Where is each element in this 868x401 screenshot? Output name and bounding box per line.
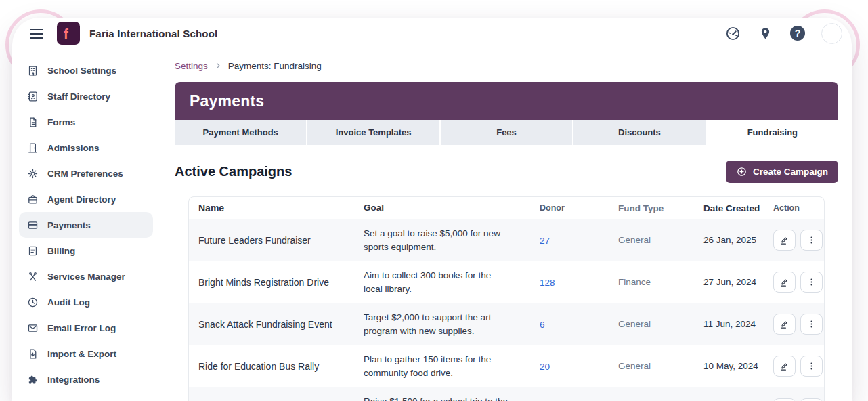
donor-count-link[interactable]: 6 <box>540 320 545 330</box>
fund-type: General <box>606 235 694 245</box>
sidebar-item-email-error-log[interactable]: Email Error Log <box>19 315 153 341</box>
campaign-goal: Target $2,000 to support the art program… <box>354 311 527 337</box>
puzzle-icon <box>27 374 39 385</box>
fund-type: General <box>606 361 694 371</box>
page: f Faria International School <box>0 0 868 401</box>
breadcrumb: Settings Payments: Fundraising <box>175 59 838 72</box>
campaign-goal: Set a goal to raise $5,000 for new sport… <box>354 227 527 253</box>
section-title: Active Campaigns <box>175 164 292 180</box>
edit-button[interactable] <box>773 272 796 293</box>
sidebar-item-services-manager[interactable]: Services Manager <box>19 263 153 289</box>
logo-f-glyph: f <box>60 24 77 42</box>
sidebar-item-crm-preferences[interactable]: CRM Preferences <box>19 161 153 186</box>
campaigns-table: Name Goal Donor Fund Type Date Created A… <box>188 196 825 401</box>
sidebar-item-agent-directory[interactable]: Agent Directory <box>19 186 153 212</box>
tab-fees[interactable]: Fees <box>441 120 573 145</box>
kebab-menu-icon <box>806 319 817 329</box>
sidebar-item-forms[interactable]: Forms <box>19 109 153 135</box>
sidebar-item-label: Agent Directory <box>47 194 116 205</box>
pencil-icon <box>779 235 789 245</box>
donor-count-link[interactable]: 128 <box>540 278 555 288</box>
document-icon <box>27 117 39 128</box>
edit-button[interactable] <box>773 314 796 335</box>
user-avatar[interactable] <box>821 23 842 44</box>
date-created: 26 Jan, 2025 <box>694 235 770 245</box>
more-options-button[interactable] <box>800 314 823 335</box>
plus-circle-icon <box>736 166 747 177</box>
pencil-icon <box>779 361 789 371</box>
create-campaign-label: Create Campaign <box>753 167 828 177</box>
campaign-goal: Aim to collect 300 books for the local l… <box>354 269 527 295</box>
sidebar-item-label: Payments <box>47 220 91 230</box>
sidebar-item-audit-log[interactable]: Audit Log <box>19 289 153 315</box>
sidebar-item-label: Forms <box>47 117 75 127</box>
sidebar-item-label: Staff Directory <box>47 91 110 102</box>
sidebar-item-label: Billing <box>47 246 75 256</box>
create-campaign-button[interactable]: Create Campaign <box>726 161 838 183</box>
breadcrumb-current: Payments: Fundraising <box>228 61 322 71</box>
file-import-icon <box>27 348 39 360</box>
sidebar-item-payments[interactable]: Payments <box>19 212 153 238</box>
fund-type: General <box>606 319 694 329</box>
gear-icon <box>27 168 39 180</box>
sidebar-item-import-export[interactable]: Import & Export <box>19 341 153 366</box>
payments-banner: Payments <box>175 82 838 120</box>
campaign-goal: Plan to gather 150 items for the communi… <box>354 353 527 379</box>
edit-button[interactable] <box>773 356 796 377</box>
edit-button[interactable] <box>773 230 796 251</box>
column-header-date-created: Date Created <box>694 203 770 213</box>
sidebar-item-integrations[interactable]: Integrations <box>19 366 153 392</box>
sidebar-item-billing[interactable]: Billing <box>19 238 153 263</box>
date-created: 11 Jun, 2024 <box>694 319 770 329</box>
campaign-name: Snack Attack Fundraising Event <box>189 319 354 330</box>
column-header-action: Action <box>770 203 824 213</box>
more-options-button[interactable] <box>800 398 823 401</box>
table-row: Snack Attack Fundraising Event Target $2… <box>189 303 824 345</box>
sidebar-item-school-settings[interactable]: School Settings <box>19 58 153 83</box>
pencil-icon <box>779 277 789 287</box>
column-header-donor: Donor <box>527 203 606 213</box>
sidebar-item-label: Services Manager <box>47 272 125 282</box>
more-options-button[interactable] <box>800 230 823 251</box>
tab-fundraising[interactable]: Fundraising <box>707 120 838 145</box>
sidebar-item-label: Audit Log <box>47 297 90 308</box>
donor-count-link[interactable]: 27 <box>540 236 550 246</box>
credit-card-icon <box>27 219 39 231</box>
fund-type: Finance <box>606 277 694 287</box>
edit-button[interactable] <box>773 398 796 401</box>
sidebar-item-label: CRM Preferences <box>47 169 123 179</box>
invoice-icon <box>27 245 39 257</box>
tab-discounts[interactable]: Discounts <box>573 120 706 145</box>
table-row: Bright Minds Registration Drive Aim to c… <box>189 261 824 303</box>
column-header-fund-type: Fund Type <box>606 203 694 213</box>
more-options-button[interactable] <box>800 356 823 377</box>
sidebar-item-label: Integrations <box>47 375 100 385</box>
sidebar: School Settings Staff Directory Forms <box>12 49 160 401</box>
date-created: 10 May, 2024 <box>694 361 770 371</box>
tools-icon <box>27 271 39 282</box>
tab-invoice-templates[interactable]: Invoice Templates <box>307 120 440 145</box>
chevron-right-icon <box>214 62 222 70</box>
column-header-name: Name <box>189 203 354 213</box>
page-title: Payments <box>190 92 264 110</box>
campaign-name: Future Leaders Fundraiser <box>189 235 354 246</box>
donor-count-link[interactable]: 20 <box>540 362 550 372</box>
date-created: 27 Jun, 2024 <box>694 277 770 287</box>
clock-icon <box>27 297 39 308</box>
campaign-goal: Raise $1,500 for a school trip to the sc… <box>354 395 527 401</box>
tab-payment-methods[interactable]: Payment Methods <box>175 120 307 145</box>
more-options-button[interactable] <box>800 272 823 293</box>
location-pin-icon[interactable] <box>754 22 777 45</box>
top-bar: f Faria International School <box>12 18 852 49</box>
sidebar-item-staff-directory[interactable]: Staff Directory <box>19 83 153 109</box>
breadcrumb-settings-link[interactable]: Settings <box>175 61 208 71</box>
table-row: Raise $1,500 for a school trip to the sc… <box>189 387 824 401</box>
hamburger-menu-icon[interactable] <box>30 29 43 39</box>
sidebar-item-admissions[interactable]: Admissions <box>19 135 153 161</box>
main-content: Settings Payments: Fundraising Payments … <box>160 49 852 401</box>
building-icon <box>27 65 39 77</box>
campaign-name: Bright Minds Registration Drive <box>189 277 354 288</box>
dashboard-gauge-icon[interactable] <box>721 22 744 45</box>
help-icon[interactable]: ? <box>786 22 809 45</box>
campaign-name: Ride for Education Bus Rally <box>189 361 354 372</box>
